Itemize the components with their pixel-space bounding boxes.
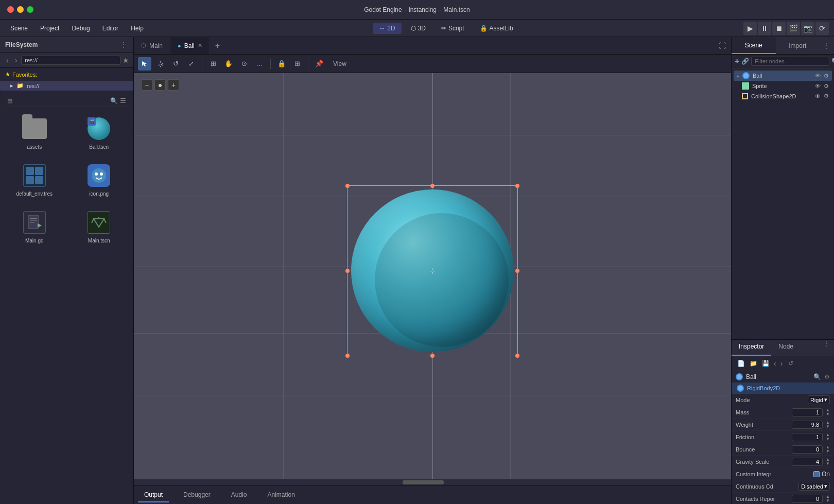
menu-scene[interactable]: Scene xyxy=(5,23,33,34)
tool-pivot[interactable]: ⊙ xyxy=(237,57,251,71)
add-tab-button[interactable]: + xyxy=(210,41,225,50)
viewport-scrollbar[interactable] xyxy=(134,479,731,485)
tab-ball[interactable]: ● Ball ✕ xyxy=(170,37,210,54)
view-button[interactable]: View xyxy=(328,58,352,69)
bottom-tab-audio[interactable]: Audio xyxy=(225,488,253,502)
sync-button[interactable]: ⟳ xyxy=(815,22,829,35)
tool-group[interactable]: ⊞ xyxy=(290,57,304,71)
inspector-folder-icon[interactable]: 📁 xyxy=(748,358,758,369)
search-nodes-icon[interactable]: 🔍 xyxy=(831,57,834,66)
inspector-search-icon[interactable]: 🔍 xyxy=(813,373,821,380)
mode-dropdown[interactable]: Rigid ▾ xyxy=(808,395,830,404)
tree-item-sprite[interactable]: Sprite 👁 ⚙ xyxy=(734,81,832,91)
mode-3d[interactable]: ⬡ 3D xyxy=(405,23,432,34)
filter-nodes-input[interactable] xyxy=(751,57,829,66)
tree-item-collision[interactable]: CollisionShape2D 👁 ⚙ xyxy=(734,91,832,101)
play-button[interactable]: ▶ xyxy=(743,22,757,35)
tool-pin[interactable]: 📌 xyxy=(312,57,326,71)
tool-pan[interactable]: ✋ xyxy=(222,57,235,71)
tool-rotate[interactable]: ↺ xyxy=(169,57,182,71)
mode-2d[interactable]: ↔ 2D xyxy=(373,23,401,34)
mode-assetlib[interactable]: 🔒 AssetLib xyxy=(474,23,519,34)
path-display[interactable]: res:// xyxy=(21,56,120,65)
link-icon[interactable]: 🔗 xyxy=(741,57,749,66)
viewport[interactable]: ⊹ − ● + xyxy=(134,73,731,485)
bottom-tab-output[interactable]: Output xyxy=(138,488,169,502)
scene-panel-menu[interactable]: ⋮ xyxy=(820,37,834,54)
zoom-reset[interactable]: ● xyxy=(154,79,166,91)
tab-main[interactable]: ⬡ Main xyxy=(134,37,170,54)
add-node-icon[interactable]: + xyxy=(735,57,739,66)
minimize-button[interactable] xyxy=(17,6,24,13)
file-item-default-env[interactable]: default_env.tres xyxy=(4,158,65,201)
vis-icon-collision[interactable]: 👁 xyxy=(815,93,821,99)
fullscreen-button[interactable]: ⛶ xyxy=(714,42,731,50)
tab-import[interactable]: Import xyxy=(776,37,820,54)
file-item-main-tscn[interactable]: Main.tscn xyxy=(69,205,130,248)
tree-item-res[interactable]: ▸ 📁 res:// xyxy=(0,81,133,91)
inspector-tab[interactable]: Inspector xyxy=(732,340,771,356)
menu-project[interactable]: Project xyxy=(35,23,64,34)
custom-integr-checkbox[interactable]: On xyxy=(813,471,830,478)
scrollbar-thumb[interactable] xyxy=(403,480,444,484)
bounce-down[interactable]: ▼ xyxy=(826,449,830,454)
tool-move[interactable] xyxy=(153,57,167,71)
tab-ball-close[interactable]: ✕ xyxy=(198,42,202,49)
vis-icon-ball[interactable]: 👁 xyxy=(815,73,821,79)
inspector-file-icon[interactable]: 📄 xyxy=(736,358,746,369)
file-item-ball[interactable]: 🎬 Ball.tscn xyxy=(69,111,130,154)
friction-down[interactable]: ▼ xyxy=(826,437,830,441)
tool-more[interactable]: … xyxy=(253,57,266,71)
bottom-tab-debugger[interactable]: Debugger xyxy=(177,488,217,502)
tool-lock[interactable]: 🔒 xyxy=(275,57,288,71)
nav-back[interactable]: ‹ xyxy=(4,55,11,65)
maximize-button[interactable] xyxy=(27,6,33,13)
pause-button[interactable]: ⏸ xyxy=(758,22,771,35)
play-custom-button[interactable]: 📷 xyxy=(801,22,814,35)
gravity-down[interactable]: ▼ xyxy=(826,462,830,466)
inspector-save-icon[interactable]: 💾 xyxy=(760,358,771,369)
inspector-menu[interactable]: ⋮ xyxy=(820,340,834,356)
inspector-settings-icon[interactable]: ⚙ xyxy=(824,373,830,380)
favorite-star[interactable]: ★ xyxy=(123,56,129,64)
bottom-tab-animation[interactable]: Animation xyxy=(261,488,301,502)
menu-help[interactable]: Help xyxy=(126,23,149,34)
file-item-icon[interactable]: icon.png xyxy=(69,158,130,201)
mass-input[interactable] xyxy=(792,408,823,416)
file-list-toggle[interactable]: ☰ xyxy=(120,97,126,105)
contacts-input[interactable] xyxy=(792,495,823,503)
weight-down[interactable]: ▼ xyxy=(826,425,830,429)
lock-icon-sprite[interactable]: ⚙ xyxy=(824,83,829,90)
inspector-forward[interactable]: › xyxy=(779,359,784,368)
continuous-dropdown[interactable]: Disabled ▾ xyxy=(798,482,830,491)
tree-item-ball[interactable]: ▸ Ball 👁 ⚙ xyxy=(734,71,832,81)
node-tab[interactable]: Node xyxy=(771,340,801,356)
menu-debug[interactable]: Debug xyxy=(66,23,95,34)
filesystem-menu-icon[interactable]: ⋮ xyxy=(119,40,128,49)
vis-icon-sprite[interactable]: 👁 xyxy=(815,83,821,89)
mass-down[interactable]: ▼ xyxy=(826,412,830,416)
file-search-icon[interactable]: 🔍 xyxy=(110,97,118,105)
contacts-down[interactable]: ▼ xyxy=(826,499,830,503)
gravity-input[interactable] xyxy=(792,458,823,466)
play-scene-button[interactable]: 🎬 xyxy=(787,22,800,35)
lock-icon-collision[interactable]: ⚙ xyxy=(824,93,829,99)
bounce-input[interactable] xyxy=(792,445,823,454)
close-button[interactable] xyxy=(7,6,14,13)
nav-forward[interactable]: › xyxy=(13,55,20,65)
weight-input[interactable] xyxy=(792,421,823,429)
zoom-plus[interactable]: + xyxy=(168,79,179,91)
inspector-back[interactable]: ‹ xyxy=(773,359,777,368)
tool-select[interactable] xyxy=(138,57,151,71)
tool-select-rect[interactable]: ⊞ xyxy=(206,57,220,71)
menu-editor[interactable]: Editor xyxy=(97,23,124,34)
tool-scale[interactable]: ⤢ xyxy=(184,57,198,71)
inspector-history-icon[interactable]: ↺ xyxy=(786,358,796,369)
mode-script[interactable]: ✏ Script xyxy=(435,23,471,34)
stop-button[interactable]: ⏹ xyxy=(772,22,786,35)
file-item-main-gd[interactable]: Main.gd xyxy=(4,205,65,248)
zoom-minus[interactable]: − xyxy=(141,79,152,91)
tab-scene[interactable]: Scene xyxy=(732,37,776,54)
file-item-assets[interactable]: assets xyxy=(4,111,65,154)
lock-icon-ball[interactable]: ⚙ xyxy=(824,73,829,79)
